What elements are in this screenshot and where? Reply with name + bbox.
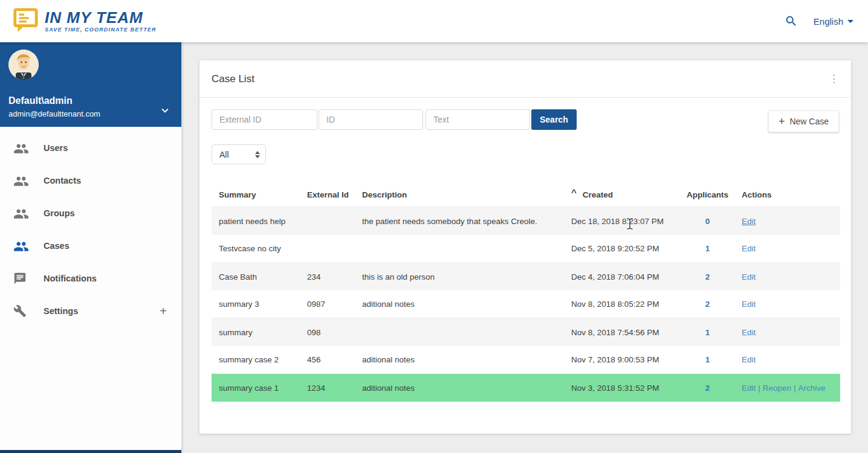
top-bar: IN MY TEAM SAVE TIME, COORDINATE BETTER … <box>0 0 868 42</box>
cell-summary: summary 3 <box>212 300 307 309</box>
language-selector[interactable]: English <box>814 16 853 27</box>
column-header-external-id[interactable]: External Id <box>307 190 362 199</box>
action-separator: | <box>758 384 760 393</box>
cell-created: Nov 8, 2018 7:54:56 PM <box>568 328 682 337</box>
edit-link[interactable]: Edit <box>742 384 756 393</box>
people-icon <box>13 141 29 155</box>
select-arrows-icon <box>255 151 260 158</box>
cell-created: Dec 4, 2018 7:06:04 PM <box>568 272 682 281</box>
archive-link[interactable]: Archive <box>798 384 826 393</box>
text-input[interactable] <box>426 109 530 130</box>
profile-block[interactable]: Default\admin admin@defaulttenant.com <box>0 42 181 127</box>
sidebar-menu: Users Contacts Groups Cases <box>0 127 181 327</box>
sidebar: Default\admin admin@defaulttenant.com Us… <box>0 42 181 453</box>
page-title: Case List <box>212 73 254 85</box>
status-filter-select[interactable]: All <box>212 144 266 164</box>
sidebar-item-settings[interactable]: Settings + <box>0 295 181 327</box>
cell-created: Nov 7, 2018 9:00:53 PM <box>568 355 682 364</box>
new-case-label: New Case <box>789 117 829 126</box>
cell-summary: Testvcase no city <box>212 244 307 253</box>
people-icon <box>13 239 29 253</box>
applicants-count-link[interactable]: 2 <box>682 272 733 281</box>
avatar <box>8 50 39 80</box>
status-filter-value: All <box>219 150 229 159</box>
edit-link[interactable]: Edit <box>742 244 756 253</box>
sidebar-item-contacts[interactable]: Contacts <box>0 164 181 197</box>
table-row: summary case 2 456 aditional notes Nov 7… <box>212 346 840 374</box>
logo-tagline: SAVE TIME, COORDINATE BETTER <box>45 27 157 33</box>
search-button[interactable]: Search <box>531 109 577 130</box>
sidebar-item-cases[interactable]: Cases <box>0 230 181 262</box>
edit-link[interactable]: Edit <box>742 217 756 226</box>
cell-external-id: 1234 <box>307 384 362 393</box>
edit-link[interactable]: Edit <box>742 300 756 309</box>
edit-link[interactable]: Edit <box>742 272 756 281</box>
app-root: IN MY TEAM SAVE TIME, COORDINATE BETTER … <box>0 0 868 453</box>
search-icon[interactable] <box>785 14 798 28</box>
applicants-count-link[interactable]: 2 <box>682 384 733 393</box>
sidebar-item-notifications[interactable]: Notifications <box>0 262 181 295</box>
applicants-count-link[interactable]: 1 <box>682 244 733 253</box>
card-header: Case List ⋮ <box>199 60 851 98</box>
cell-summary: summary <box>212 328 307 337</box>
id-input[interactable] <box>319 109 423 130</box>
sidebar-item-users[interactable]: Users <box>0 132 181 164</box>
caret-down-icon <box>847 20 853 23</box>
people-icon <box>13 206 29 220</box>
table-header-row: Summary External Id Description ^ Create… <box>212 183 840 207</box>
case-table: Summary External Id Description ^ Create… <box>212 183 840 402</box>
external-id-input[interactable] <box>212 109 317 130</box>
table-row: summary 3 0987 aditional notes Nov 8, 20… <box>212 291 840 318</box>
cell-summary: Case Bath <box>212 272 307 281</box>
profile-email: admin@defaulttenant.com <box>8 109 173 118</box>
column-header-actions: Actions <box>733 190 840 199</box>
sidebar-bottom-bar <box>0 450 181 453</box>
cell-description: this is an old person <box>362 272 568 281</box>
cell-description: aditional notes <box>362 355 568 364</box>
case-list-card: Case List ⋮ Search + New Case All Summar… <box>199 60 851 434</box>
applicants-count-link[interactable]: 1 <box>682 355 733 364</box>
applicants-count-link[interactable]: 0 <box>682 217 733 226</box>
table-row: patient needs help the patient needs som… <box>212 207 840 235</box>
sidebar-item-label: Settings <box>44 306 78 316</box>
cell-description: aditional notes <box>362 300 568 309</box>
table-row: summary 098 Nov 8, 2018 7:54:56 PM 1 Edi… <box>212 318 840 346</box>
kebab-menu-icon[interactable]: ⋮ <box>829 74 839 84</box>
sidebar-item-label: Groups <box>44 208 75 218</box>
reopen-link[interactable]: Reopen <box>763 384 791 393</box>
people-icon <box>13 173 29 188</box>
column-header-applicants[interactable]: Applicants <box>682 190 733 199</box>
chat-icon <box>13 271 29 286</box>
table-row-highlighted: summary case 1 1234 aditional notes Nov … <box>212 374 840 402</box>
applicants-count-link[interactable]: 2 <box>682 300 733 309</box>
sidebar-item-label: Users <box>44 143 68 153</box>
app-logo[interactable]: IN MY TEAM SAVE TIME, COORDINATE BETTER <box>0 7 157 36</box>
speech-bubble-logo-icon <box>11 7 39 36</box>
table-row: Testvcase no city Dec 5, 2018 9:20:52 PM… <box>212 235 840 263</box>
column-header-description[interactable]: Description <box>362 190 568 199</box>
new-case-button[interactable]: + New Case <box>768 111 839 132</box>
filter-bar: Search <box>212 109 577 130</box>
cell-summary: summary case 1 <box>212 384 307 393</box>
edit-link[interactable]: Edit <box>742 355 756 364</box>
plus-icon: + <box>779 115 785 128</box>
cell-created: Nov 8, 2018 8:05:22 PM <box>568 300 682 309</box>
cell-external-id: 234 <box>307 272 362 281</box>
cell-external-id: 098 <box>307 328 362 337</box>
logo-title: IN MY TEAM <box>45 10 157 25</box>
cell-created: Nov 3, 2018 5:31:52 PM <box>568 384 682 393</box>
edit-link[interactable]: Edit <box>742 328 756 337</box>
sidebar-item-groups[interactable]: Groups <box>0 197 181 230</box>
cell-external-id: 456 <box>307 355 362 364</box>
settings-expand-plus-icon[interactable]: + <box>160 304 167 318</box>
cell-summary: patient needs help <box>212 217 307 226</box>
cell-description: aditional notes <box>362 384 568 393</box>
cell-description: the patient needs somebody that speaks C… <box>362 217 568 226</box>
column-header-summary[interactable]: Summary <box>212 190 307 199</box>
chevron-down-icon[interactable] <box>158 104 172 120</box>
column-header-created[interactable]: ^ Created <box>568 190 682 199</box>
sidebar-item-label: Notifications <box>44 274 97 283</box>
profile-name: Default\admin <box>8 95 173 106</box>
action-separator: | <box>794 384 796 393</box>
applicants-count-link[interactable]: 1 <box>682 328 733 337</box>
